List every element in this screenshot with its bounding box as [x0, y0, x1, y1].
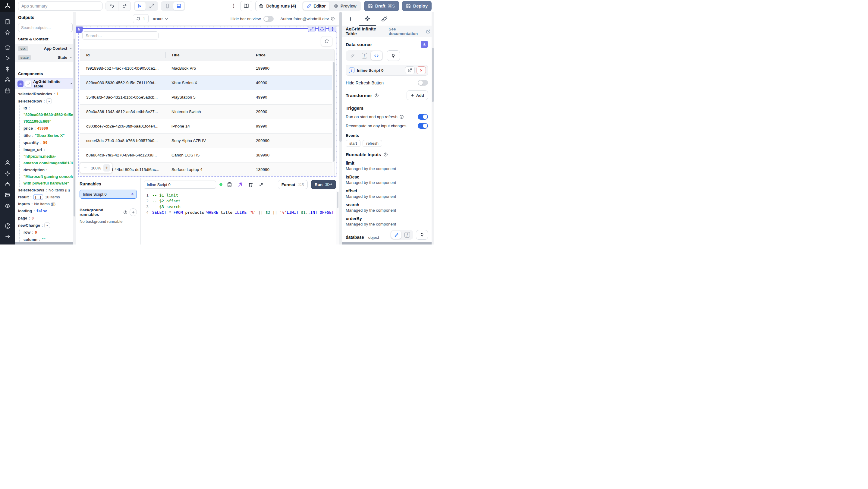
remove-script-button[interactable] [416, 66, 426, 74]
audit-eye-icon[interactable] [0, 201, 15, 211]
help-icon[interactable] [0, 220, 15, 231]
settings-scrollbar[interactable] [432, 12, 434, 245]
database-plug-button[interactable] [416, 230, 428, 240]
move-component-handle[interactable] [329, 25, 336, 32]
more-menu-icon[interactable]: ⋮ [230, 3, 237, 9]
add-transformer-button[interactable]: Add [407, 90, 428, 100]
tab-preview[interactable]: Preview [330, 2, 360, 10]
recompute-toggle[interactable] [418, 123, 428, 129]
app-summary-input[interactable] [18, 1, 102, 10]
collapse-toggle[interactable]: - [44, 222, 50, 228]
expand-editor-icon[interactable] [257, 181, 265, 188]
windmill-logo[interactable] [0, 0, 15, 12]
database-icon[interactable] [226, 181, 233, 188]
run-on-start-toggle[interactable] [418, 114, 428, 120]
panel-splitter-scrollbar[interactable] [339, 12, 342, 245]
output-tree-item[interactable]: id:"829ca080-5630-4562-9d5e-7611199dc669… [19, 104, 76, 125]
anchor-component-handle[interactable] [318, 25, 326, 32]
schedule-select[interactable]: once [153, 16, 169, 21]
output-tree-item[interactable]: image_url:"https://m.media-amazon.com/im… [19, 146, 76, 166]
code-editor[interactable]: 1234 -- $1 limit-- $2 offset-- $3 search… [141, 191, 339, 245]
resources-icon[interactable] [0, 74, 15, 85]
run-button[interactable]: Run⌘↵ [311, 180, 336, 189]
tab-insert-component[interactable] [342, 12, 359, 26]
output-tree-item[interactable]: newChange:- [18, 222, 76, 229]
format-button[interactable]: Format⌘S [278, 180, 308, 189]
output-tree-item[interactable]: selectedRowIndex:1 [18, 90, 76, 98]
deploy-button[interactable]: Deploy [402, 1, 432, 11]
collapse-toggle[interactable]: - [46, 98, 52, 104]
output-tree-item[interactable]: page:0 [18, 215, 76, 222]
runnable-item[interactable]: Inline Script 0 a [80, 190, 137, 199]
output-tree-item[interactable]: description:"Microsoft gaming console wi… [19, 166, 76, 187]
redo-button[interactable] [118, 1, 130, 10]
table-row[interactable]: 354f6afd-43ac-4321-b1bc-0b5e5adcb...Play… [80, 90, 335, 104]
ai-wand-icon[interactable] [236, 181, 244, 188]
outputs-scrollbar[interactable] [73, 12, 76, 245]
database-template-button[interactable]: f [402, 231, 412, 239]
ctx-row[interactable]: ctx App Context [15, 44, 76, 53]
eval-mode-button[interactable] [371, 51, 382, 60]
schedules-icon[interactable] [0, 85, 15, 96]
fullwidth-layout-button[interactable] [146, 2, 157, 10]
code-scrollbar[interactable] [336, 191, 339, 245]
tab-component-settings[interactable] [359, 12, 376, 26]
table-row[interactable]: 829ca080-5630-4562-9d5e-7611199d...Xbox … [80, 76, 335, 90]
folders-icon[interactable] [0, 190, 15, 201]
connect-plug-button[interactable] [387, 50, 400, 61]
output-tree-item[interactable]: selectedRows:No items ([]) [18, 187, 76, 193]
static-mode-button[interactable] [347, 51, 358, 60]
column-header-price[interactable]: Price [250, 49, 335, 61]
ai-robot-icon[interactable] [0, 179, 15, 190]
user-icon[interactable] [0, 157, 15, 168]
center-layout-button[interactable] [135, 2, 146, 10]
table-refresh-button[interactable] [321, 36, 333, 47]
add-background-runnable-button[interactable] [130, 208, 137, 216]
draft-button[interactable]: Draft⌘S [364, 1, 399, 11]
rename-component-button[interactable] [25, 81, 31, 87]
table-row[interactable]: 2128adca-7fc6-44bd-800c-dc115df6ac...Sur… [80, 162, 335, 176]
table-row[interactable]: b3e864c8-7fe3-4270-89e9-54c12038...Canon… [80, 148, 335, 162]
see-documentation-link[interactable]: See documentation [389, 27, 430, 36]
outputs-search-input[interactable] [18, 23, 73, 32]
hide-refresh-toggle[interactable] [418, 80, 428, 86]
app-canvas[interactable]: a Id Title Price [76, 25, 339, 178]
output-tree-item[interactable]: title:"Xbox Series X" [19, 132, 76, 139]
output-tree-item[interactable]: result:[...]10 items [18, 193, 76, 201]
zoom-in-button[interactable]: + [103, 164, 110, 172]
workspace-icon[interactable] [0, 16, 15, 27]
docs-book-button[interactable] [240, 1, 252, 11]
home-icon[interactable] [0, 42, 15, 53]
table-row[interactable]: c303bce7-cb2e-42c6-8fdf-6aa01fc4e4...iPh… [80, 119, 335, 133]
output-tree-item[interactable]: price:49990 [19, 125, 76, 132]
delete-script-icon[interactable] [247, 181, 254, 188]
tab-styling[interactable] [376, 12, 393, 26]
open-script-button[interactable] [405, 66, 415, 74]
output-tree-item[interactable]: selectedRow:- [18, 98, 76, 104]
tab-editor[interactable]: Editor [303, 2, 329, 10]
table-row[interactable]: f991898d-cb27-4ac7-b10c-0b9050ce1...MacB… [80, 61, 335, 76]
output-tree-item[interactable]: inputs:No items ([]) [18, 201, 76, 207]
table-scrollbar[interactable] [332, 61, 335, 176]
settings-hscrollbar[interactable] [342, 242, 432, 245]
output-tree-item[interactable]: row:0 [19, 229, 76, 236]
mobile-view-button[interactable] [162, 2, 173, 10]
table-row[interactable]: ccee43dc-27e0-40a8-b768-b09579b0...Sony … [80, 133, 335, 148]
column-header-id[interactable]: Id [80, 49, 165, 61]
table-search-input[interactable] [82, 31, 158, 40]
column-header-title[interactable]: Title [165, 49, 250, 61]
variables-icon[interactable] [0, 64, 15, 74]
zoom-out-button[interactable]: − [82, 164, 89, 172]
debug-runs-button[interactable]: Debug runs (4) [255, 1, 299, 11]
expand-result-button[interactable]: [...] [33, 194, 43, 200]
component-tree-row[interactable]: a AgGrid Infinite Table [15, 79, 76, 89]
template-mode-button[interactable]: f [359, 51, 370, 60]
table-row[interactable]: 89c0a336-1343-4812-ac34-e4bb8e27...Ninte… [80, 104, 335, 119]
output-tree-item[interactable]: quantity:50 [19, 139, 76, 146]
expand-component-handle[interactable] [308, 25, 315, 32]
favorites-icon[interactable] [0, 27, 15, 38]
state-row[interactable]: state State [15, 53, 76, 62]
undo-button[interactable] [106, 1, 118, 10]
database-static-button[interactable] [391, 231, 401, 239]
hide-bar-toggle[interactable] [264, 16, 274, 22]
